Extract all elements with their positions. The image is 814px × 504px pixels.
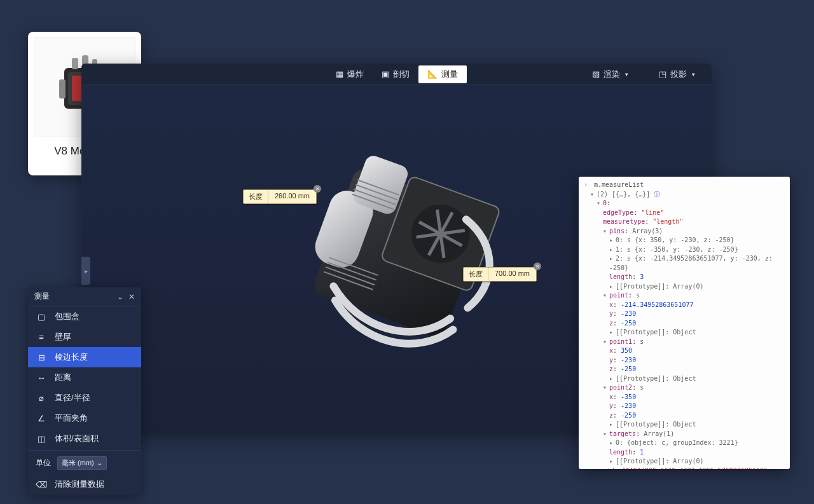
angle-icon: ∠ [36,414,47,423]
chevron-down-icon: ⌄ [97,459,102,467]
toolbar-render-label: 渲染 [604,69,620,80]
measurement-tag[interactable]: 长度 260.00 mm × [243,189,317,204]
toolbar-section[interactable]: ▣ 剖切 [373,65,418,83]
toolbar-render[interactable]: ▧ 渲染 ▾ [583,65,637,83]
svg-rect-3 [59,79,66,99]
measure-item-label: 清除测量数据 [55,479,104,490]
unit-select[interactable]: 毫米 (mm) ⌄ [57,456,107,470]
measure-clear[interactable]: ⌫ 清除测量数据 [28,474,141,494]
measure-bbox[interactable]: ▢ 包围盒 [28,306,141,327]
explode-icon: ▦ [336,69,343,79]
close-icon[interactable]: ✕ [128,292,135,301]
distance-icon: ↔ [36,373,47,383]
unit-value: 毫米 (mm) [62,458,94,468]
measure-item-label: 直径/半径 [55,392,90,404]
close-icon[interactable]: × [314,185,321,193]
bbox-icon: ▢ [36,312,47,322]
chevron-down-icon: ▾ [625,71,628,78]
measurement-label: 长度 [244,190,268,203]
measure-edge-length[interactable]: ⊟ 棱边长度 [28,347,141,367]
measure-item-label: 包围盒 [55,311,79,322]
toolbar-measure-label: 测量 [441,69,458,80]
measure-item-label: 距离 [55,372,71,383]
measurement-value: 700.00 mm [488,268,536,281]
left-panel-expand-handle[interactable]: ▸ [81,257,90,285]
close-icon[interactable]: × [534,262,541,270]
measure-diameter[interactable]: ⌀ 直径/半径 [28,388,141,408]
measure-panel-title: 测量 [34,291,50,302]
svg-rect-5 [72,58,78,69]
eraser-icon: ⌫ [36,480,47,489]
toolbar-explode[interactable]: ▦ 爆炸 [327,65,373,83]
measure-item-label: 壁厚 [55,331,71,343]
toolbar-explode-label: 爆炸 [347,69,364,80]
collapse-icon[interactable]: ⌄ [117,292,123,301]
measure-panel-header: 测量 ⌄ ✕ [28,287,141,306]
toolbar-section-label: 剖切 [393,69,410,80]
measure-item-label: 平面夹角 [55,412,88,424]
projection-icon: ◳ [659,69,666,79]
measure-panel: 测量 ⌄ ✕ ▢ 包围盒 ≡ 壁厚 ⊟ 棱边长度 ↔ 距离 ⌀ 直径/半径 ∠ … [28,287,141,494]
toolbar-projection-label: 投影 [670,69,687,80]
measurement-label: 长度 [464,268,488,281]
volume-icon: ◫ [36,434,47,444]
measure-item-label: 棱边长度 [55,351,88,363]
render-icon: ▧ [592,69,600,79]
measure-icon: 📐 [427,69,438,79]
edge-length-icon: ⊟ [36,353,47,362]
console-root: m.measureList [594,181,644,188]
measure-angle[interactable]: ∠ 平面夹角 [28,408,141,428]
section-icon: ▣ [382,69,389,79]
measurement-tag[interactable]: 长度 700.00 mm × [463,267,537,282]
viewer-toolbar: ▦ 爆炸 ▣ 剖切 📐 测量 ▧ 渲染 ▾ ◳ 投影 ▾ [81,64,712,85]
toolbar-measure[interactable]: 📐 测量 [418,65,467,83]
devtools-console[interactable]: › m.measureList ▾(2) [{…}, {…}] ⓘ ▾0: ed… [579,177,790,469]
unit-label: 单位 [36,458,51,468]
chevron-down-icon: ▾ [692,71,695,78]
toolbar-projection[interactable]: ◳ 投影 ▾ [650,65,704,83]
measure-unit-row: 单位 毫米 (mm) ⌄ [28,452,141,474]
measure-volume[interactable]: ◫ 体积/表面积 [28,428,141,449]
engine-model [260,115,534,388]
measure-distance[interactable]: ↔ 距离 [28,367,141,388]
diameter-icon: ⌀ [36,393,47,403]
measurement-value: 260.00 mm [268,190,316,203]
thickness-icon: ≡ [36,332,47,342]
measure-thickness[interactable]: ≡ 壁厚 [28,327,141,347]
measure-item-label: 体积/表面积 [55,433,99,444]
